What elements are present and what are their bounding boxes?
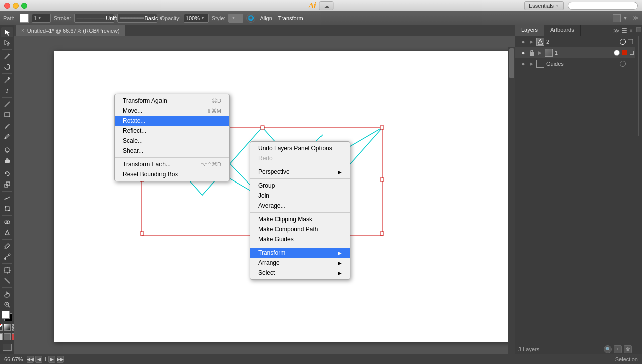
menu-make-guides[interactable]: Make Guides — [250, 234, 350, 244]
blend-tool[interactable] — [1, 252, 13, 262]
eyedropper-tool[interactable] — [1, 241, 13, 251]
menu-undo[interactable]: Undo Layers Panel Options — [250, 143, 350, 153]
scale-tool[interactable] — [1, 179, 13, 190]
style-field[interactable]: ▼ — [228, 14, 243, 23]
selection-tool[interactable] — [1, 27, 13, 37]
stroke-weight-field[interactable]: 1 ▼ — [32, 14, 51, 23]
guides-expand[interactable]: ▶ — [528, 61, 534, 67]
guides-visibility-toggle[interactable]: ● — [519, 60, 527, 68]
maximize-button[interactable] — [21, 3, 27, 9]
layers-tab[interactable]: Layers — [515, 25, 544, 36]
menu-join[interactable]: Join — [250, 191, 350, 201]
layer-1[interactable]: ● ▶ 1 — [515, 47, 635, 58]
stroke-color-swatch[interactable] — [20, 14, 29, 23]
paintbrush-tool[interactable] — [1, 121, 13, 131]
artboard-tool[interactable] — [1, 265, 13, 275]
layer-2-visibility-toggle[interactable]: ● — [519, 38, 527, 46]
vertical-scrollbar[interactable] — [508, 47, 515, 354]
guides-layer[interactable]: ● ▶ Guides — [515, 58, 635, 69]
fill-stroke-swatch[interactable] — [2, 311, 13, 322]
submenu-rotate[interactable]: Rotate... — [115, 116, 229, 126]
submenu-shear[interactable]: Shear... — [115, 146, 229, 156]
opacity-field[interactable]: 100% ▼ — [184, 14, 209, 23]
stroke-profile-dropdown[interactable]: ━━━━━━━━ Basic ▼ — [117, 14, 157, 23]
rect-tool[interactable] — [1, 110, 13, 120]
layer-1-lock[interactable] — [528, 49, 535, 56]
essentials-dropdown[interactable]: Essentials ▼ — [524, 1, 564, 10]
layer-2[interactable]: ● ▶ 2 — [515, 36, 635, 47]
fullscreen-mode[interactable] — [4, 333, 11, 340]
pen-tool[interactable] — [1, 75, 13, 85]
change-screen-mode[interactable] — [2, 343, 13, 352]
none-icon[interactable] — [0, 324, 3, 331]
stroke-style-dropdown[interactable]: ──────── Uniform ▼ — [74, 14, 114, 23]
tab-close-button[interactable]: × — [21, 28, 24, 33]
align-button[interactable]: Align — [258, 15, 273, 21]
line-tool[interactable] — [1, 99, 13, 109]
menu-select[interactable]: Select ▶ — [250, 268, 350, 278]
submenu-transform-again[interactable]: Transform Again ⌘D — [115, 96, 229, 106]
right-panel-toggle[interactable] — [636, 27, 641, 32]
minimize-button[interactable] — [13, 3, 19, 9]
hand-tool[interactable] — [1, 289, 13, 299]
type-tool[interactable]: T — [1, 86, 13, 96]
window-controls[interactable] — [4, 3, 27, 9]
menu-arrange[interactable]: Arrange ▶ — [250, 258, 350, 268]
live-paint-tool[interactable] — [1, 228, 13, 238]
menu-average[interactable]: Average... — [250, 201, 350, 211]
submenu-reflect[interactable]: Reflect... — [115, 126, 229, 136]
first-page-button[interactable]: ◀◀ — [27, 356, 34, 363]
menu-transform[interactable]: Transform ▶ — [250, 248, 350, 258]
panel-close-icon[interactable]: × — [629, 27, 633, 34]
layer-1-expand[interactable]: ▶ — [537, 50, 543, 56]
warp-tool[interactable] — [1, 193, 13, 203]
menu-redo[interactable]: Redo — [250, 153, 350, 163]
magic-wand-tool[interactable] — [1, 51, 13, 61]
layer-2-expand[interactable]: ▶ — [528, 39, 534, 45]
search-layers-button[interactable]: 🔍 — [604, 345, 612, 353]
normal-screen-mode[interactable] — [0, 333, 3, 340]
submenu-reset-bounding-box[interactable]: Reset Bounding Box — [115, 169, 229, 179]
pencil-tool[interactable] — [1, 131, 13, 141]
menu-perspective[interactable]: Perspective ▶ — [250, 167, 350, 177]
gradient-icon[interactable] — [4, 324, 11, 331]
next-page-button[interactable]: ▶ — [48, 356, 55, 363]
fill-swatch[interactable] — [2, 311, 10, 319]
cloud-icon[interactable]: ☁ — [319, 1, 334, 10]
submenu-move[interactable]: Move... ⇧⌘M — [115, 106, 229, 116]
menu-make-compound-path[interactable]: Make Compound Path — [250, 224, 350, 234]
blob-brush-tool[interactable] — [1, 145, 13, 155]
options-arrow[interactable]: ▼ — [623, 15, 628, 21]
transform-button[interactable]: Transform — [277, 15, 305, 21]
document-tab[interactable]: × Untitled–1* @ 66.67% (RGB/Preview) — [16, 25, 125, 36]
eraser-tool[interactable] — [1, 155, 13, 165]
artboards-tab[interactable]: Artboards — [544, 25, 581, 36]
menu-group[interactable]: Group — [250, 180, 350, 191]
submenu-scale[interactable]: Scale... — [115, 136, 229, 146]
last-page-button[interactable]: ▶▶ — [57, 356, 64, 363]
new-layer-button[interactable]: + — [614, 345, 622, 353]
scrollbar-thumb[interactable] — [509, 48, 514, 78]
free-transform-tool[interactable] — [1, 204, 13, 214]
rotate-tool[interactable] — [1, 169, 13, 179]
layer-2-circle[interactable] — [620, 39, 626, 45]
delete-layer-button[interactable]: 🗑 — [624, 345, 632, 353]
layer-1-circle[interactable] — [614, 50, 620, 56]
submenu-transform-each[interactable]: Transform Each... ⌥⇧⌘D — [115, 159, 229, 169]
shape-builder-tool[interactable] — [1, 217, 13, 227]
titlebar-search[interactable] — [568, 2, 638, 10]
panel-toggle[interactable]: ≫ — [633, 15, 639, 21]
close-button[interactable] — [4, 3, 10, 9]
panel-menu-icon[interactable]: ☰ — [622, 27, 627, 34]
panel-expand-icon[interactable]: ≫ — [613, 27, 620, 34]
layer-1-visibility-toggle[interactable]: ● — [519, 49, 527, 57]
lasso-tool[interactable] — [1, 62, 13, 72]
guides-circle[interactable] — [620, 61, 626, 67]
arrange-icon[interactable] — [613, 14, 621, 22]
zoom-tool[interactable] — [1, 300, 13, 310]
direct-selection-tool[interactable] — [1, 38, 13, 48]
globe-icon[interactable]: 🌐 — [246, 14, 255, 23]
prev-page-button[interactable]: ◀ — [35, 356, 42, 363]
menu-make-clipping-mask[interactable]: Make Clipping Mask — [250, 214, 350, 224]
slice-tool[interactable] — [1, 276, 13, 286]
